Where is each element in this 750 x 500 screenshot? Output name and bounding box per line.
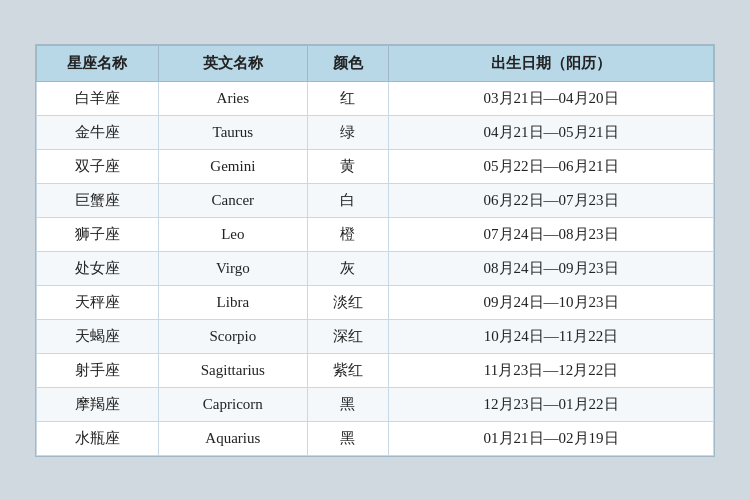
cell-cn: 双子座 [37,149,159,183]
cell-cn: 摩羯座 [37,387,159,421]
cell-color: 淡红 [307,285,388,319]
cell-cn: 水瓶座 [37,421,159,455]
cell-date: 05月22日—06月21日 [389,149,714,183]
header-color: 颜色 [307,45,388,81]
cell-date: 11月23日—12月22日 [389,353,714,387]
table-row: 巨蟹座Cancer白06月22日—07月23日 [37,183,714,217]
cell-cn: 处女座 [37,251,159,285]
table-body: 白羊座Aries红03月21日—04月20日金牛座Taurus绿04月21日—0… [37,81,714,455]
cell-en: Aquarius [158,421,307,455]
cell-en: Gemini [158,149,307,183]
cell-color: 绿 [307,115,388,149]
cell-cn: 巨蟹座 [37,183,159,217]
cell-date: 12月23日—01月22日 [389,387,714,421]
cell-color: 黑 [307,387,388,421]
table-row: 射手座Sagittarius紫红11月23日—12月22日 [37,353,714,387]
cell-color: 红 [307,81,388,115]
cell-color: 深红 [307,319,388,353]
cell-cn: 狮子座 [37,217,159,251]
cell-date: 06月22日—07月23日 [389,183,714,217]
cell-date: 07月24日—08月23日 [389,217,714,251]
cell-en: Capricorn [158,387,307,421]
cell-en: Aries [158,81,307,115]
zodiac-table: 星座名称 英文名称 颜色 出生日期（阳历） 白羊座Aries红03月21日—04… [36,45,714,456]
header-cn: 星座名称 [37,45,159,81]
zodiac-table-wrapper: 星座名称 英文名称 颜色 出生日期（阳历） 白羊座Aries红03月21日—04… [35,44,715,457]
cell-cn: 天秤座 [37,285,159,319]
cell-color: 黄 [307,149,388,183]
cell-en: Cancer [158,183,307,217]
cell-date: 01月21日—02月19日 [389,421,714,455]
cell-cn: 白羊座 [37,81,159,115]
table-row: 水瓶座Aquarius黑01月21日—02月19日 [37,421,714,455]
cell-date: 08月24日—09月23日 [389,251,714,285]
cell-date: 03月21日—04月20日 [389,81,714,115]
cell-color: 白 [307,183,388,217]
cell-color: 黑 [307,421,388,455]
header-date: 出生日期（阳历） [389,45,714,81]
header-en: 英文名称 [158,45,307,81]
cell-cn: 射手座 [37,353,159,387]
table-row: 天秤座Libra淡红09月24日—10月23日 [37,285,714,319]
cell-color: 橙 [307,217,388,251]
cell-date: 04月21日—05月21日 [389,115,714,149]
cell-en: Virgo [158,251,307,285]
table-row: 狮子座Leo橙07月24日—08月23日 [37,217,714,251]
cell-en: Taurus [158,115,307,149]
table-row: 金牛座Taurus绿04月21日—05月21日 [37,115,714,149]
table-row: 天蝎座Scorpio深红10月24日—11月22日 [37,319,714,353]
cell-en: Scorpio [158,319,307,353]
table-header-row: 星座名称 英文名称 颜色 出生日期（阳历） [37,45,714,81]
table-row: 双子座Gemini黄05月22日—06月21日 [37,149,714,183]
cell-en: Libra [158,285,307,319]
cell-date: 10月24日—11月22日 [389,319,714,353]
cell-en: Sagittarius [158,353,307,387]
cell-cn: 天蝎座 [37,319,159,353]
cell-cn: 金牛座 [37,115,159,149]
cell-en: Leo [158,217,307,251]
cell-color: 灰 [307,251,388,285]
table-row: 处女座Virgo灰08月24日—09月23日 [37,251,714,285]
table-row: 白羊座Aries红03月21日—04月20日 [37,81,714,115]
cell-date: 09月24日—10月23日 [389,285,714,319]
cell-color: 紫红 [307,353,388,387]
table-row: 摩羯座Capricorn黑12月23日—01月22日 [37,387,714,421]
